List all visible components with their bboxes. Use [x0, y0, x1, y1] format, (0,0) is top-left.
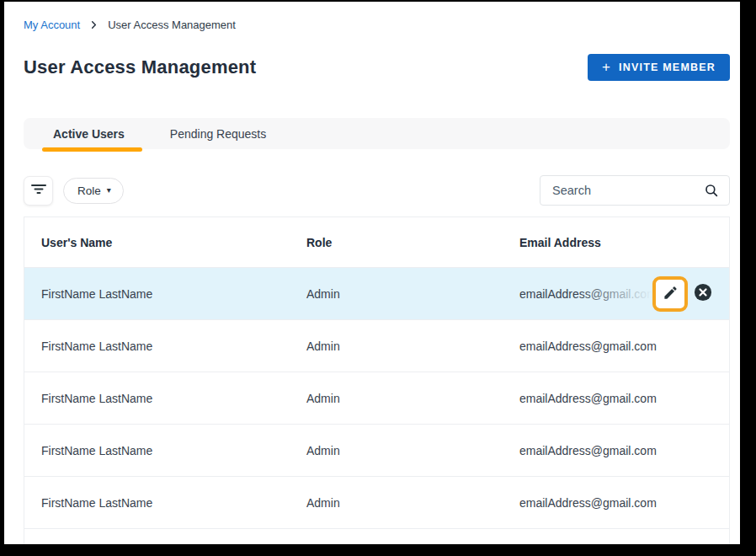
tab-pending-requests-label: Pending Requests	[170, 127, 266, 141]
toolbar: Role ▾	[24, 175, 730, 206]
column-header-role: Role	[306, 236, 519, 249]
tab-bar: Active Users Pending Requests	[24, 118, 730, 149]
search-input[interactable]	[552, 184, 704, 197]
tab-pending-requests[interactable]: Pending Requests	[147, 118, 289, 149]
role-cell: Admin	[306, 287, 519, 301]
email-cell: emailAddress@gmail.com	[519, 268, 729, 319]
email-cell: emailAddress@gmail.com	[519, 392, 729, 405]
filter-button[interactable]	[24, 176, 53, 206]
role-filter-dropdown[interactable]: Role ▾	[63, 178, 124, 204]
user-name-cell: FirstName LastName	[24, 339, 306, 353]
table-row-selected[interactable]: FirstName LastName Admin emailAddress@gm…	[24, 268, 729, 320]
page-header: User Access Management + INVITE MEMBER	[24, 54, 730, 81]
email-text: emailAddress@gmail.com	[519, 287, 657, 301]
user-name-cell: FirstName LastName	[24, 496, 306, 510]
email-cell: emailAddress@gmail.com	[519, 496, 729, 510]
email-cell: emailAddress@gmail.com	[519, 444, 729, 457]
edit-pencil-icon	[663, 285, 679, 303]
app-page: My Account User Access Management User A…	[4, 2, 740, 544]
email-cell: emailAddress@gmail.com	[519, 339, 729, 353]
role-filter-label: Role	[77, 184, 101, 197]
invite-member-label: INVITE MEMBER	[619, 61, 716, 73]
plus-icon: +	[602, 60, 611, 74]
column-header-users-name: User's Name	[24, 236, 306, 249]
table-row[interactable]: FirstName LastName Admin emailAddress@gm…	[24, 372, 729, 425]
table-row[interactable]: FirstName LastName Admin emailAddress@gm…	[24, 477, 729, 529]
search-box[interactable]	[540, 175, 730, 206]
page-title: User Access Management	[24, 56, 256, 78]
breadcrumb: My Account User Access Management	[24, 2, 730, 31]
filter-lines-icon	[30, 182, 47, 199]
role-cell: Admin	[306, 496, 519, 510]
role-cell: Admin	[306, 444, 519, 457]
tab-active-users-label: Active Users	[53, 127, 125, 141]
user-name-cell: FirstName LastName	[24, 392, 306, 405]
breadcrumb-link-my-account[interactable]: My Account	[24, 19, 80, 31]
role-cell: Admin	[306, 392, 519, 405]
user-name-cell: FirstName LastName	[24, 287, 306, 301]
user-name-cell: FirstName LastName	[24, 444, 306, 457]
remove-user-button[interactable]	[694, 285, 712, 303]
row-actions	[652, 276, 712, 312]
users-table: User's Name Role Email Address FirstName…	[24, 217, 730, 544]
chevron-right-icon	[89, 20, 98, 29]
remove-x-icon	[694, 283, 712, 304]
breadcrumb-current: User Access Management	[108, 19, 236, 31]
table-row[interactable]: FirstName LastName Admin emailAddress@gm…	[24, 320, 729, 372]
edit-user-button[interactable]	[652, 276, 688, 312]
column-header-email: Email Address	[519, 236, 729, 249]
invite-member-button[interactable]: + INVITE MEMBER	[588, 54, 730, 81]
table-header-row: User's Name Role Email Address	[24, 217, 729, 268]
search-icon[interactable]	[704, 183, 719, 198]
tab-active-users[interactable]: Active Users	[30, 118, 147, 149]
role-cell: Admin	[306, 339, 519, 353]
chevron-down-icon: ▾	[107, 186, 111, 195]
table-row[interactable]: FirstName LastName Admin emailAddress@gm…	[24, 425, 729, 477]
table-row[interactable]: FirstName LastName Admin emailAddress@gm…	[24, 529, 729, 544]
